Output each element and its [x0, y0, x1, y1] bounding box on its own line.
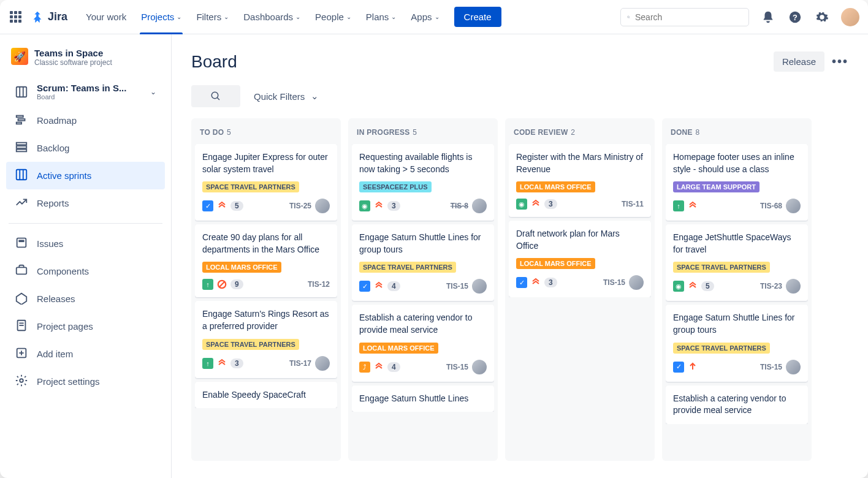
backlog-icon: [15, 140, 28, 156]
board-icon: [15, 168, 28, 183]
issue-key: TIS-25: [289, 202, 311, 210]
kanban-board: TO DO 5Engage Jupiter Express for outer …: [191, 118, 848, 461]
assignee-avatar[interactable]: [472, 199, 487, 213]
epic-badge: LOCAL MARS OFFICE: [516, 258, 595, 269]
issue-card[interactable]: Engage Saturn's Rings Resort as a prefer…: [195, 301, 337, 377]
chevron-down-icon: ⌄: [224, 13, 229, 20]
issue-key: TIS-68: [760, 202, 782, 210]
jira-logo[interactable]: Jira: [31, 10, 67, 24]
nav-projects[interactable]: Projects⌄: [134, 0, 189, 34]
svg-rect-16: [17, 238, 26, 248]
svg-rect-8: [18, 119, 25, 121]
global-search[interactable]: [620, 8, 749, 26]
sidebar-issues[interactable]: Issues: [6, 230, 165, 257]
column-header: DONE 8: [666, 124, 808, 144]
svg-point-26: [211, 92, 218, 99]
issue-type-icon: ✓: [202, 200, 213, 211]
epic-badge: SPACE TRAVEL PARTNERS: [673, 262, 770, 273]
nav-filters[interactable]: Filters⌄: [189, 0, 236, 34]
profile-avatar[interactable]: [841, 8, 859, 26]
page-title: Board: [191, 52, 237, 72]
card-footer: ✓ TIS-15: [673, 360, 801, 374]
issue-card[interactable]: Establish a catering vendor to provide m…: [666, 385, 808, 424]
issue-card[interactable]: Enable Speedy SpaceCraft: [195, 382, 337, 409]
sidebar-add-item[interactable]: Add item: [6, 340, 165, 368]
nav-people[interactable]: People⌄: [308, 0, 359, 34]
search-input[interactable]: [635, 12, 742, 22]
assignee-avatar[interactable]: [786, 279, 801, 294]
card-title: Create 90 day plans for all departments …: [202, 232, 330, 256]
project-type: Classic software project: [34, 58, 112, 67]
issue-card[interactable]: Engage Jupiter Express for outer solar s…: [195, 144, 337, 221]
issue-card[interactable]: Draft network plan for Mars OfficeLOCAL …: [509, 221, 651, 297]
issue-key: TIS-12: [308, 280, 330, 289]
assignee-avatar[interactable]: [786, 360, 801, 374]
help-icon[interactable]: ?: [787, 9, 803, 25]
issue-card[interactable]: Homepage footer uses an inline style - s…: [666, 144, 808, 221]
sidebar-components[interactable]: Components: [6, 257, 165, 285]
assignee-avatar[interactable]: [629, 275, 644, 290]
sidebar-project-pages[interactable]: Project pages: [6, 313, 165, 340]
nav-your-work[interactable]: Your work: [78, 0, 134, 34]
assignee-avatar[interactable]: [315, 199, 330, 213]
nav-dashboards[interactable]: Dashboards⌄: [236, 0, 308, 34]
more-actions-icon[interactable]: •••: [832, 55, 848, 69]
priority-icon: [374, 281, 384, 291]
issue-card[interactable]: Establish a catering vendor to provide m…: [352, 305, 494, 381]
project-header[interactable]: 🚀 Teams in Space Classic software projec…: [6, 45, 165, 77]
issue-card[interactable]: Engage Saturn Shuttle Lines for group to…: [352, 224, 494, 301]
assignee-avatar[interactable]: [315, 356, 330, 371]
board-selector[interactable]: Scrum: Teams in S... Board ⌄: [6, 77, 165, 107]
release-button[interactable]: Release: [774, 51, 824, 72]
card-title: Engage Saturn Shuttle Lines for group to…: [359, 232, 487, 256]
issue-card[interactable]: Register with the Mars Ministry of Reven…: [509, 144, 651, 217]
issue-card[interactable]: Engage JetShuttle SpaceWays for travelSP…: [666, 224, 808, 301]
priority-icon: [531, 278, 541, 287]
chevron-down-icon: ⌄: [435, 13, 440, 20]
nav-apps[interactable]: Apps⌄: [403, 0, 446, 34]
column-in-progress: IN PROGRESS 5Requesting available flight…: [348, 118, 498, 461]
card-title: Requesting available flights is now taki…: [359, 151, 487, 175]
assignee-avatar[interactable]: [472, 279, 487, 294]
add-icon: [15, 346, 28, 362]
priority-icon: [374, 362, 384, 372]
issue-card[interactable]: Engage Saturn Shuttle Lines: [352, 385, 494, 412]
issue-card[interactable]: Create 90 day plans for all departments …: [195, 224, 337, 297]
column-done: DONE 8Homepage footer uses an inline sty…: [662, 118, 812, 461]
notifications-icon[interactable]: [760, 9, 776, 25]
settings-icon: [15, 374, 28, 389]
card-title: Register with the Mars Ministry of Reven…: [516, 151, 644, 175]
svg-point-25: [20, 379, 23, 382]
sidebar-active-sprints[interactable]: Active sprints: [6, 162, 165, 189]
create-button[interactable]: Create: [454, 7, 501, 27]
priority-icon: [688, 362, 698, 372]
svg-rect-7: [17, 116, 23, 118]
issue-card[interactable]: Requesting available flights is now taki…: [352, 144, 494, 221]
card-title: Draft network plan for Mars Office: [516, 228, 644, 252]
sidebar-roadmap[interactable]: Roadmap: [6, 107, 165, 134]
card-title: Establish a catering vendor to provide m…: [673, 393, 801, 417]
sidebar-reports[interactable]: Reports: [6, 189, 165, 217]
issue-card[interactable]: Engage Saturn Shuttle Lines for group to…: [666, 305, 808, 381]
priority-icon: [217, 279, 227, 289]
epic-badge: LOCAL MARS OFFICE: [359, 343, 438, 354]
sidebar-project-settings[interactable]: Project settings: [6, 368, 165, 395]
sidebar-backlog[interactable]: Backlog: [6, 134, 165, 162]
card-title: Engage Saturn's Rings Resort as a prefer…: [202, 308, 330, 332]
app-switcher-icon[interactable]: [9, 10, 23, 25]
assignee-avatar[interactable]: [786, 199, 801, 213]
quick-filters[interactable]: Quick Filters ⌄: [254, 91, 319, 102]
svg-point-0: [628, 16, 630, 18]
svg-rect-17: [19, 240, 23, 241]
issue-type-icon: ✓: [516, 277, 527, 288]
sidebar-releases[interactable]: Releases: [6, 285, 165, 313]
priority-icon: [217, 201, 227, 211]
issue-key: TIS-17: [289, 359, 311, 368]
nav-plans[interactable]: Plans⌄: [359, 0, 404, 34]
assignee-avatar[interactable]: [472, 360, 487, 374]
column-header: CODE REVIEW 2: [509, 124, 651, 144]
settings-icon[interactable]: [814, 9, 830, 25]
priority-icon: [217, 358, 227, 368]
sidebar-divider: [9, 223, 162, 224]
board-search[interactable]: [191, 85, 240, 107]
